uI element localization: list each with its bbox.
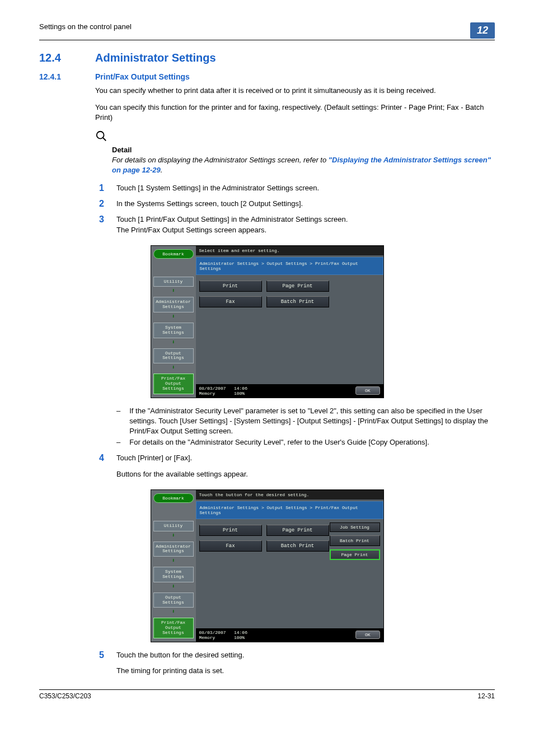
step-number: 5	[95, 650, 104, 660]
screenshot-panel-2: Bookmark Utility ⬇ Administrator Setting…	[151, 489, 384, 642]
body-paragraph: You can specify whether to print data af…	[95, 86, 495, 96]
arrow-down-icon: ⬇	[153, 557, 194, 564]
step-number: 3	[95, 214, 104, 225]
nav-output-settings[interactable]: Output Settings	[153, 592, 194, 608]
fax-button[interactable]: Fax	[199, 540, 262, 552]
step-item: 5 Touch the button for the desired setti…	[95, 650, 495, 660]
screen-prompt: Select item and enter setting.	[196, 246, 383, 255]
fax-value: Batch Print	[266, 540, 329, 552]
bullet-item: – For details on the "Administrator Secu…	[116, 437, 495, 447]
fax-button[interactable]: Fax	[199, 296, 262, 307]
chapter-number-box: 12	[470, 22, 495, 39]
svg-point-0	[97, 131, 104, 138]
screenshot-panel-1: Bookmark Utility ⬇ Administrator Setting…	[151, 245, 384, 398]
section-number: 12.4	[39, 52, 78, 64]
section-title: Administrator Settings	[95, 52, 216, 64]
subsection-title: Print/Fax Output Settings	[95, 72, 190, 81]
nav-admin[interactable]: Administrator Settings	[153, 297, 194, 312]
nav-system-settings[interactable]: System Settings	[153, 323, 194, 338]
header-section-path: Settings on the control panel	[39, 22, 132, 31]
arrow-down-icon: ⬇	[153, 583, 194, 590]
page-header: Settings on the control panel 12	[39, 22, 495, 40]
bullet-text: For details on the "Administrator Securi…	[129, 437, 429, 447]
page-print-option[interactable]: Page Print	[330, 549, 380, 560]
step-number: 1	[95, 183, 104, 193]
ok-button[interactable]: OK	[355, 631, 380, 639]
arrow-down-icon: ⬇	[153, 339, 194, 346]
arrow-down-icon: ⬇	[153, 364, 194, 371]
nav-system-settings[interactable]: System Settings	[153, 567, 194, 582]
subsection-heading: 12.4.1 Print/Fax Output Settings	[39, 72, 495, 81]
step-item: 2 In the Systems Settings screen, touch …	[95, 199, 495, 209]
print-button[interactable]: Print	[199, 525, 262, 536]
batch-print-option[interactable]: Batch Print	[330, 535, 380, 546]
print-button[interactable]: Print	[199, 281, 262, 292]
step-text: In the Systems Settings screen, touch [2…	[116, 199, 495, 209]
arrow-down-icon: ⬇	[153, 287, 194, 294]
ok-button[interactable]: OK	[355, 386, 380, 395]
step-text: Touch [Printer] or [Fax].	[116, 453, 495, 463]
section-heading: 12.4 Administrator Settings	[39, 52, 495, 64]
step-number: 2	[95, 199, 104, 209]
step-subtext: The timing for printing data is set.	[116, 666, 495, 676]
step-item: 1 Touch [1 System Settings] in the Admin…	[95, 183, 495, 193]
nav-utility[interactable]: Utility	[153, 277, 194, 287]
job-setting-header: Job Setting	[330, 522, 380, 532]
bookmark-button[interactable]: Bookmark	[153, 493, 194, 503]
bookmark-button[interactable]: Bookmark	[153, 249, 194, 259]
body-paragraph: You can specify this function for the pr…	[95, 102, 495, 123]
step-text: Touch [1 Print/Fax Output Settings] in t…	[116, 214, 495, 235]
arrow-down-icon: ⬇	[153, 608, 194, 615]
detail-heading: Detail	[112, 146, 495, 154]
footer-page-number: 12-31	[477, 692, 495, 700]
page-footer: C353/C253/C203 12-31	[39, 689, 495, 700]
footer-model: C353/C253/C203	[39, 692, 91, 700]
step-item: 3 Touch [1 Print/Fax Output Settings] in…	[95, 214, 495, 235]
step-number: 4	[95, 453, 104, 463]
svg-line-1	[103, 137, 106, 141]
arrow-down-icon: ⬇	[153, 313, 194, 320]
print-value: Page Print	[266, 281, 329, 292]
step-item: 4 Touch [Printer] or [Fax].	[95, 453, 495, 463]
screen-breadcrumb: Administrator Settings > Output Settings…	[196, 257, 383, 275]
footer-meta: 08/03/2007 14:06 Memory 100%	[199, 630, 247, 640]
fax-value: Batch Print	[266, 296, 329, 307]
nav-utility[interactable]: Utility	[153, 521, 194, 531]
nav-print-fax-output[interactable]: Print/Fax Output Settings	[153, 374, 194, 394]
screen-prompt: Touch the button for the desired setting…	[196, 490, 383, 500]
step-subtext: Buttons for the available settings appea…	[116, 469, 495, 479]
detail-text: For details on displaying the Administra…	[112, 155, 495, 175]
magnifier-icon	[95, 130, 495, 146]
bullet-item: – If the "Administrator Security Level" …	[116, 406, 495, 437]
subsection-number: 12.4.1	[39, 72, 78, 81]
step-text: Touch the button for the desired setting…	[116, 650, 495, 660]
footer-meta: 08/03/2007 14:06 Memory 100%	[199, 386, 247, 396]
arrow-down-icon: ⬇	[153, 532, 194, 539]
nav-print-fax-output[interactable]: Print/Fax Output Settings	[153, 618, 194, 638]
nav-admin[interactable]: Administrator Settings	[153, 542, 194, 557]
step-text: Touch [1 System Settings] in the Adminis…	[116, 183, 495, 193]
screen-breadcrumb: Administrator Settings > Output Settings…	[196, 501, 383, 519]
nav-output-settings[interactable]: Output Settings	[153, 348, 194, 364]
bullet-text: If the "Administrator Security Level" pa…	[129, 406, 495, 437]
print-value: Page Print	[266, 525, 329, 536]
